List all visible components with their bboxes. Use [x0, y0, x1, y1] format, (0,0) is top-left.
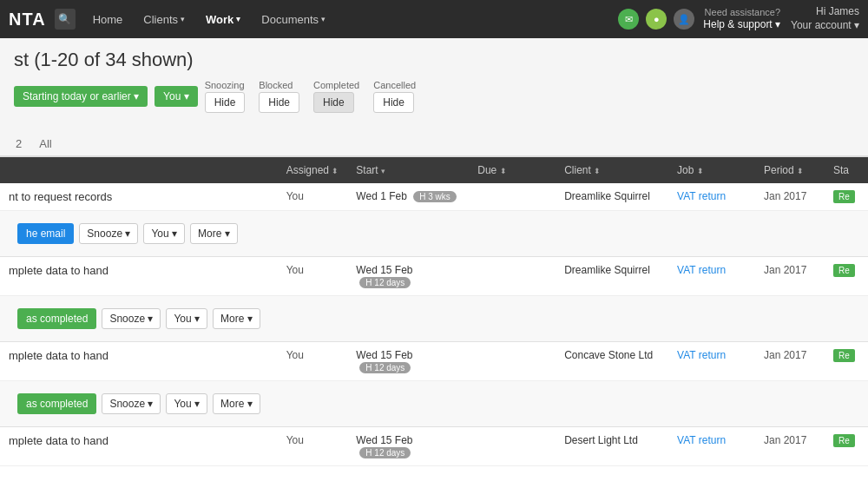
assigned-cell: You — [278, 183, 348, 211]
table-row: mplete data to hand You Wed 15 Feb H 12 … — [0, 257, 868, 296]
status-cell: Re — [825, 342, 868, 381]
nav-items: Home Clients ▾ Work ▾ Documents ▾ — [84, 8, 619, 31]
cancelled-hide-button[interactable]: Hide — [373, 92, 414, 113]
search-button[interactable]: 🔍 — [55, 9, 76, 30]
tabs-row: 2 All — [0, 127, 868, 157]
email-icon-button[interactable]: ✉ — [618, 9, 639, 30]
bell-icon-button[interactable]: ● — [646, 9, 667, 30]
completed-action-button[interactable]: as completed — [17, 393, 96, 414]
sort-icon: ⬍ — [797, 167, 804, 175]
th-period[interactable]: Period ⬍ — [755, 157, 825, 183]
th-start[interactable]: Start ▾ — [347, 157, 469, 183]
cancelled-filter: Cancelled Hide — [373, 80, 416, 113]
more-button[interactable]: More ▾ — [213, 393, 260, 414]
assigned-cell: You — [278, 342, 348, 381]
due-cell — [469, 257, 556, 296]
table-row: mplete data to hand You Wed 15 Feb H 12 … — [0, 342, 868, 381]
job-cell: VAT return — [668, 257, 755, 296]
navbar: NTA 🔍 Home Clients ▾ Work ▾ Documents ▾ … — [0, 0, 868, 38]
completed-action-button[interactable]: as completed — [17, 308, 96, 329]
you-filter-button[interactable]: You ▾ — [155, 86, 198, 107]
tab-all[interactable]: All — [37, 132, 53, 157]
snoozing-label: Snoozing — [205, 80, 246, 90]
sort-icon: ⬍ — [332, 167, 339, 175]
account-greeting: Hi James — [791, 5, 859, 19]
completed-label: Completed — [313, 80, 359, 90]
period-cell: Jan 2017 — [755, 257, 825, 296]
assigned-cell: You — [278, 257, 348, 296]
chevron-down-icon: ▾ — [321, 15, 326, 23]
table-row: nt to request records You Wed 1 Feb H 3 … — [0, 183, 868, 211]
snooze-button[interactable]: Snooze ▾ — [102, 308, 161, 329]
action-cell: as completed Snooze ▾ You ▾ More ▾ — [0, 296, 868, 342]
account-link[interactable]: Your account ▾ — [791, 19, 859, 31]
filter-row: Starting today or earlier ▾ You ▾ Snoozi… — [14, 80, 854, 113]
more-button[interactable]: More ▾ — [213, 308, 260, 329]
table-header: Assigned ⬍ Start ▾ Due ⬍ Client ⬍ Job ⬍ — [0, 157, 868, 183]
start-cell: Wed 15 Feb H 12 days — [347, 342, 469, 381]
job-cell: VAT return — [668, 183, 755, 211]
sort-icon: ⬍ — [500, 167, 507, 175]
help-section: Need assistance? Help & support ▾ — [703, 6, 780, 32]
nav-work[interactable]: Work ▾ — [197, 8, 249, 31]
task-cell: mplete data to hand — [0, 427, 278, 466]
th-job[interactable]: Job ⬍ — [668, 157, 755, 183]
assigned-cell: You — [278, 427, 348, 466]
snooze-button[interactable]: Snooze ▾ — [102, 393, 161, 414]
sort-icon: ⬍ — [594, 167, 601, 175]
action-buttons: as completed Snooze ▾ You ▾ More ▾ — [9, 388, 859, 419]
start-cell: Wed 15 Feb H 12 days — [347, 427, 469, 466]
you-button[interactable]: You ▾ — [143, 223, 185, 244]
table-row: mplete data to hand You Wed 15 Feb H 12 … — [0, 427, 868, 466]
start-filter-button[interactable]: Starting today or earlier ▾ — [14, 86, 148, 107]
page-title: st (1-20 of 34 shown) — [14, 49, 854, 71]
page: st (1-20 of 34 shown) Starting today or … — [0, 38, 868, 488]
table-action-row: as completed Snooze ▾ You ▾ More ▾ — [0, 296, 868, 342]
tab-2[interactable]: 2 — [14, 132, 23, 157]
nav-documents[interactable]: Documents ▾ — [253, 8, 334, 31]
chevron-down-icon: ▾ — [236, 15, 240, 23]
primary-action-button[interactable]: he email — [17, 223, 74, 244]
you-button[interactable]: You ▾ — [166, 308, 207, 329]
account-section: Hi James Your account ▾ — [791, 5, 859, 32]
period-cell: Jan 2017 — [755, 342, 825, 381]
task-cell: mplete data to hand — [0, 257, 278, 296]
snoozing-hide-button[interactable]: Hide — [205, 92, 246, 113]
status-cell: Re — [825, 257, 868, 296]
blocked-hide-button[interactable]: Hide — [259, 92, 299, 113]
help-label: Need assistance? — [703, 6, 780, 18]
action-cell: he email Snooze ▾ You ▾ More ▾ — [0, 211, 868, 257]
blocked-label: Blocked — [259, 80, 299, 90]
task-cell: nt to request records — [0, 183, 278, 211]
task-table-wrapper: Assigned ⬍ Start ▾ Due ⬍ Client ⬍ Job ⬍ — [0, 157, 868, 488]
client-cell: Dreamlike Squirrel — [556, 183, 668, 211]
blocked-filter: Blocked Hide — [259, 80, 299, 113]
job-cell: VAT return — [668, 427, 755, 466]
snooze-button[interactable]: Snooze ▾ — [79, 223, 138, 244]
th-task — [0, 157, 278, 183]
more-button[interactable]: More ▾ — [190, 223, 238, 244]
sort-icon: ▾ — [381, 167, 385, 175]
th-client[interactable]: Client ⬍ — [556, 157, 668, 183]
brand-logo: NTA — [9, 10, 46, 30]
client-cell: Dreamlike Squirrel — [556, 257, 668, 296]
nav-home[interactable]: Home — [84, 8, 132, 31]
completed-hide-button[interactable]: Hide — [313, 92, 354, 113]
status-cell: Re — [825, 183, 868, 211]
client-cell: Concave Stone Ltd — [556, 342, 668, 381]
nav-clients[interactable]: Clients ▾ — [135, 8, 194, 31]
period-cell: Jan 2017 — [755, 427, 825, 466]
person-icon-button[interactable]: 👤 — [674, 9, 694, 30]
you-button[interactable]: You ▾ — [166, 393, 207, 414]
period-cell: Jan 2017 — [755, 183, 825, 211]
th-due[interactable]: Due ⬍ — [469, 157, 556, 183]
action-cell: as completed Snooze ▾ You ▾ More ▾ — [0, 381, 868, 427]
th-assigned[interactable]: Assigned ⬍ — [278, 157, 348, 183]
due-cell — [469, 183, 556, 211]
hide-filter-group: Snoozing Hide Blocked Hide Completed Hid… — [205, 80, 417, 113]
client-cell: Desert Light Ltd — [556, 427, 668, 466]
status-cell: Re — [825, 427, 868, 466]
nav-icon-group: ✉ ● 👤 — [618, 9, 694, 30]
help-link[interactable]: Help & support ▾ — [703, 18, 780, 30]
table-action-row: he email Snooze ▾ You ▾ More ▾ — [0, 211, 868, 257]
